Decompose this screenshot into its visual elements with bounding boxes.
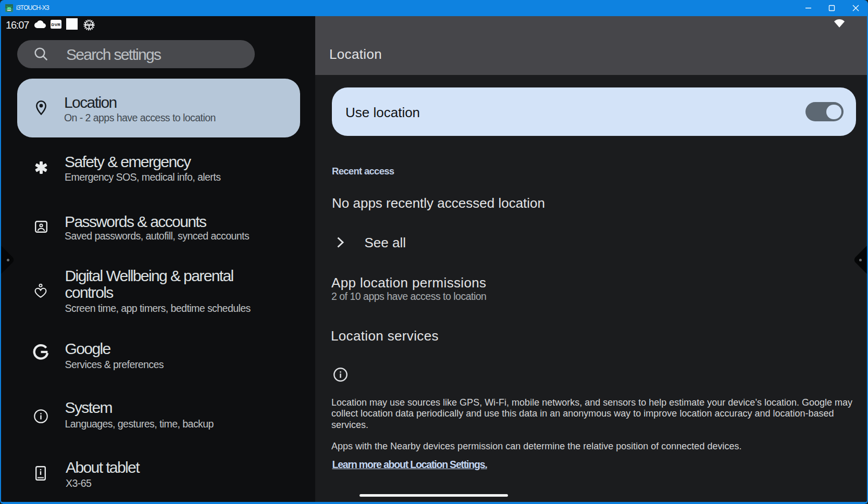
- svg-text:DVR: DVR: [52, 22, 61, 27]
